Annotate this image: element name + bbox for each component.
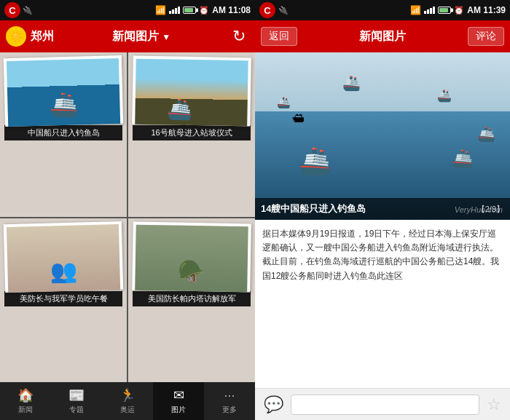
watermark: VeryHuo.com — [455, 205, 503, 214]
news-caption-2: 16号航母进入站坡仪式 — [133, 125, 251, 140]
signal-bars — [169, 7, 180, 14]
sidebar-item-photo[interactable]: ✉ 图片 — [153, 382, 204, 420]
refresh-button[interactable]: ↻ — [229, 26, 249, 47]
person-icon: 🏃 — [119, 387, 136, 403]
photo-frame-4 — [132, 221, 251, 292]
app-icon-right: C — [259, 2, 275, 18]
more-icon: ··· — [224, 388, 235, 403]
mail-icon: ✉ — [173, 387, 184, 403]
bottom-nav-left: 🏠 新闻 📰 专题 🏃 奥运 ✉ 图片 ··· 更多 — [0, 382, 255, 420]
list-item[interactable]: 中国船只进入钓鱼岛 — [0, 52, 127, 217]
news-caption-4: 美国防长帕内塔访解放军 — [133, 291, 251, 306]
back-button[interactable]: 返回 — [261, 27, 297, 46]
battery-icon — [183, 7, 196, 14]
header-left: ☀️ 郑州 新闻图片 ▼ ↻ — [0, 20, 255, 52]
comment-button[interactable]: 评论 — [468, 27, 504, 46]
list-item[interactable]: 美国防长帕内塔访解放军 — [128, 218, 255, 383]
left-status-right: 📶 ⏰ AM 11:08 — [155, 5, 251, 15]
right-status-left: C 🔌 — [259, 2, 289, 18]
signal-bars-right — [424, 7, 435, 14]
sidebar-item-sports[interactable]: 🏃 奥运 — [102, 382, 153, 420]
time-right: AM 11:39 — [467, 5, 506, 15]
bottom-bar-right: 💬 ☆ — [255, 388, 510, 420]
newspaper-icon: 📰 — [68, 387, 85, 403]
header-title-left[interactable]: 新闻图片 ▼ — [58, 29, 224, 44]
alarm-icon: ⏰ — [199, 6, 209, 15]
photo-frame-1 — [4, 55, 123, 127]
photo-frame-2 — [132, 56, 251, 127]
news-image-4 — [135, 224, 248, 292]
news-grid: 中国船只进入钓鱼岛 16号航母进入站坡仪式 美防长与我军学员吃午餐 美国防长帕内… — [0, 52, 255, 382]
app-icon-left: C — [4, 2, 20, 18]
ship-icon-1: 🚢 — [342, 74, 361, 92]
photo-frame-3 — [4, 221, 123, 292]
comment-input[interactable] — [291, 395, 479, 415]
ship-icon-3: 🚢 — [299, 146, 332, 176]
wifi-icon-right: 📶 — [410, 5, 421, 15]
usb-icon-right: 🔌 — [278, 6, 289, 15]
ship-icon-7: 🚢 — [277, 96, 291, 109]
time-left: AM 11:08 — [212, 5, 251, 15]
sidebar-item-news[interactable]: 🏠 新闻 — [0, 382, 51, 420]
weather-icon: ☀️ — [6, 26, 26, 47]
list-item[interactable]: 美防长与我军学员吃午餐 — [0, 218, 127, 383]
ship-icon-5: 🛳 — [291, 111, 305, 126]
news-image-1 — [7, 58, 120, 127]
news-image-2 — [135, 59, 248, 127]
list-item[interactable]: 16号航母进入站坡仪式 — [128, 52, 255, 217]
article-text: 据日本媒体9月19日报道，19日下午，经过日本海上保安厅巡逻船确认，又一艘中国公… — [262, 227, 503, 283]
ship-icon-6: 🚢 — [477, 125, 495, 143]
right-status-right: 📶 ⏰ AM 11:39 — [410, 5, 506, 15]
refresh-icon: ↻ — [232, 27, 246, 46]
status-bar-right: C 🔌 📶 ⏰ AM 11:39 — [255, 0, 510, 20]
ships-scene: 🚢 🚢 🚢 🚢 🛳 🚢 🚢 — [255, 52, 510, 220]
news-caption-1: 中国船只进入钓鱼岛 — [4, 125, 122, 140]
ship-icon-4: 🚢 — [452, 148, 474, 169]
wifi-icon: 📶 — [155, 5, 166, 15]
left-status-icons: C 🔌 — [4, 2, 33, 18]
news-caption-3: 美防长与我军学员吃午餐 — [4, 291, 122, 306]
news-image-3 — [7, 223, 120, 292]
ship-icon-2: 🚢 — [437, 89, 452, 103]
right-panel: C 🔌 📶 ⏰ AM 11:39 返回 新闻图片 评论 — [255, 0, 510, 420]
status-bar-left: C 🔌 📶 ⏰ AM 11:08 — [0, 0, 255, 20]
home-icon: 🏠 — [17, 387, 34, 403]
main-news-image: 🚢 🚢 🚢 🚢 🛳 🚢 🚢 14艘中国船只进入钓鱼岛 【2/9】 VeryHuo… — [255, 52, 510, 220]
usb-icon: 🔌 — [23, 6, 33, 15]
header-title-right: 新闻图片 — [359, 29, 406, 44]
alarm-icon-right: ⏰ — [454, 6, 464, 15]
left-panel: C 🔌 📶 ⏰ AM 11:08 ☀️ 郑州 新闻图片 ▼ ↻ — [0, 0, 255, 420]
header-right: 返回 新闻图片 评论 — [255, 20, 510, 52]
message-icon[interactable]: 💬 — [264, 395, 283, 414]
sidebar-item-special[interactable]: 📰 专题 — [51, 382, 102, 420]
battery-icon-right — [438, 7, 451, 14]
city-name: 郑州 — [31, 29, 54, 44]
star-button[interactable]: ☆ — [487, 395, 501, 414]
article-body: 据日本媒体9月19日报道，19日下午，经过日本海上保安厅巡逻船确认，又一艘中国公… — [255, 220, 510, 388]
sidebar-item-more[interactable]: ··· 更多 — [204, 382, 255, 420]
overlay-title: 14艘中国船只进入钓鱼岛 — [261, 202, 366, 215]
